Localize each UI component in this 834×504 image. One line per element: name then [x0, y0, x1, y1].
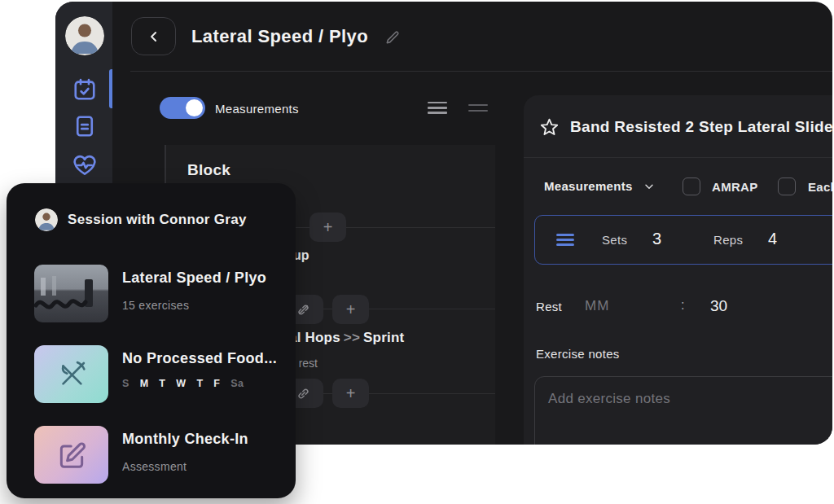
- exercise-detail-panel: Band Resisted 2 Step Lateral Slide Measu…: [524, 95, 832, 445]
- superset-exercise-title: al Hops>>Sprint: [289, 330, 404, 346]
- session-item-subtitle: 15 exercises: [122, 299, 189, 312]
- heart-pulse-icon: [72, 153, 97, 177]
- habit-tile: [34, 345, 108, 403]
- client-avatar: [35, 208, 58, 231]
- list-view-icon[interactable]: [428, 102, 447, 114]
- compact-view-icon[interactable]: [468, 104, 488, 112]
- add-exercise-button[interactable]: +: [332, 295, 369, 324]
- each-side-label: Each: [808, 180, 832, 194]
- sidebar-active-indicator: [109, 69, 112, 108]
- session-item-subtitle: Assessment: [122, 460, 187, 473]
- back-button[interactable]: [131, 17, 176, 55]
- day-letter: Sa: [230, 378, 244, 389]
- link-icon: [296, 386, 311, 401]
- sidebar-item-sessions[interactable]: [72, 77, 97, 102]
- header-divider: [130, 71, 832, 72]
- sidebar-item-documents[interactable]: [72, 114, 97, 138]
- pencil-icon: [384, 29, 401, 46]
- session-item-title: No Processed Food...: [122, 350, 277, 367]
- each-side-checkbox[interactable]: [778, 177, 796, 195]
- add-exercise-button[interactable]: +: [332, 379, 369, 408]
- chevron-left-icon: [146, 28, 162, 45]
- coach-avatar[interactable]: [65, 16, 104, 55]
- workout-thumbnail: [34, 265, 108, 322]
- amrap-label: AMRAP: [712, 180, 758, 194]
- session-card-title: Session with Connor Gray: [68, 212, 247, 228]
- day-letter: T: [159, 378, 165, 389]
- plus-icon: +: [346, 385, 356, 401]
- measurements-dropdown[interactable]: Measurements: [544, 179, 656, 193]
- toggle-knob: [186, 99, 203, 116]
- screenshot-stage: Lateral Speed / Plyo Measurements Block …: [0, 0, 834, 504]
- document-icon: [72, 114, 97, 138]
- rest-colon: :: [681, 298, 684, 313]
- day-letter: F: [213, 378, 220, 389]
- calendar-check-icon: [72, 77, 97, 102]
- unlink-icon: [296, 302, 311, 318]
- reps-label: Reps: [713, 233, 743, 247]
- drag-handle-icon[interactable]: [556, 234, 574, 247]
- day-letter: T: [196, 378, 203, 389]
- add-exercise-button[interactable]: +: [309, 213, 346, 242]
- session-item-title: Lateral Speed / Plyo: [122, 270, 266, 287]
- pencil-square-icon: [56, 440, 87, 471]
- avatar-image: [35, 208, 58, 231]
- session-item-assessment[interactable]: Monthly Check-In Assessment: [7, 420, 296, 490]
- day-letter: W: [176, 378, 186, 389]
- session-card: Session with Connor Gray Lateral Speed /…: [7, 183, 296, 498]
- session-item-workout[interactable]: Lateral Speed / Plyo 15 exercises: [7, 259, 296, 329]
- exercise-title: Band Resisted 2 Step Lateral Slide: [570, 118, 832, 136]
- session-item-habit[interactable]: No Processed Food... S M T W T F Sa: [7, 340, 296, 410]
- exercise-notes-textarea[interactable]: [534, 376, 832, 445]
- block-label: Block: [187, 161, 230, 179]
- panel-divider: [524, 157, 832, 158]
- habit-days-row: S M T W T F Sa: [122, 378, 244, 389]
- reps-value-input[interactable]: 4: [768, 230, 777, 248]
- sidebar-item-health[interactable]: [72, 153, 97, 177]
- fork-knife-icon: [55, 357, 89, 392]
- chevron-down-icon: [643, 180, 656, 193]
- superset-separator: >>: [340, 330, 363, 345]
- avatar-image: [65, 16, 104, 55]
- rest-row: Rest MM : 30: [536, 298, 832, 318]
- rest-minutes-input[interactable]: MM: [585, 298, 609, 314]
- exercise-notes-label: Exercise notes: [536, 347, 620, 361]
- sets-label: Sets: [602, 233, 627, 247]
- plus-icon: +: [346, 301, 356, 318]
- favorite-star-button[interactable]: [539, 117, 560, 138]
- sets-reps-row: Sets 3 Reps 4: [534, 215, 832, 265]
- day-letter: M: [140, 378, 149, 389]
- rest-label: Rest: [536, 300, 562, 313]
- session-item-title: Monthly Check-In: [122, 431, 248, 448]
- page-title: Lateral Speed / Plyo: [191, 26, 368, 47]
- star-icon: [539, 117, 560, 138]
- exercise-title-partial: al Hops: [289, 330, 340, 345]
- assessment-tile: [34, 426, 108, 484]
- sets-value-input[interactable]: 3: [652, 230, 661, 248]
- measurements-toggle-label: Measurements: [215, 102, 299, 116]
- edit-title-button[interactable]: [384, 29, 401, 46]
- battle-ropes-image: [34, 265, 108, 322]
- rest-seconds-input[interactable]: 30: [710, 297, 727, 315]
- exercise-title-second: Sprint: [363, 330, 404, 345]
- measurements-dropdown-label: Measurements: [544, 179, 633, 193]
- amrap-checkbox[interactable]: [683, 177, 700, 195]
- day-letter: S: [122, 378, 129, 389]
- measurements-toggle[interactable]: [160, 97, 205, 119]
- plus-icon: +: [323, 219, 333, 235]
